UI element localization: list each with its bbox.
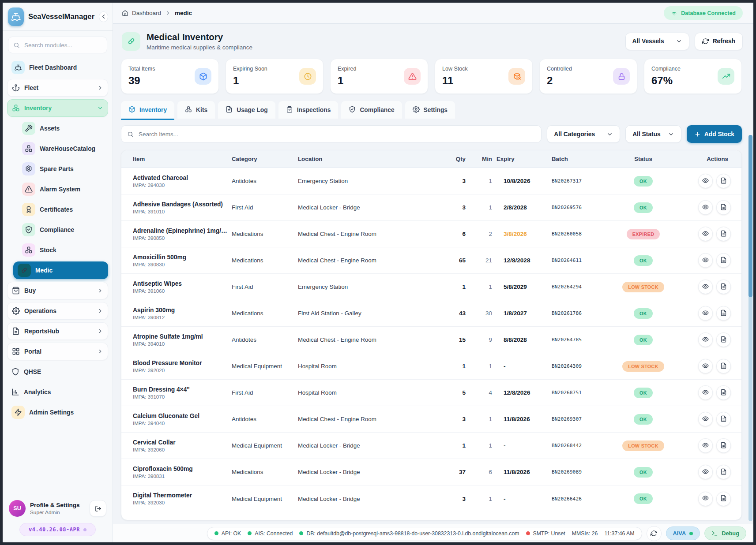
table-row: Burn Dressing 4×4"IMPA: 391070First AidH…: [121, 380, 741, 406]
item-document-button[interactable]: [716, 438, 731, 453]
sidebar-item-certificates[interactable]: Certificates: [18, 201, 108, 218]
item-document-button[interactable]: [716, 359, 731, 373]
item-category: Antidotes: [232, 336, 298, 343]
sidebar-item-reportshub[interactable]: ReportsHub: [7, 322, 108, 340]
item-search-input[interactable]: [138, 131, 535, 138]
status-filter-select[interactable]: All Status: [625, 125, 681, 143]
item-document-button[interactable]: [716, 332, 731, 347]
sidebar-item-alarm-system[interactable]: Alarm System: [18, 180, 108, 198]
system-status-pill: API: OK AIS: Connected DB: defaultdb@db-…: [207, 527, 642, 540]
tab-settings[interactable]: Settings: [405, 101, 455, 119]
stat-text: Low Stock11: [442, 66, 468, 87]
file-text-icon: [720, 310, 727, 317]
item-category: Medications: [232, 310, 298, 317]
view-item-button[interactable]: [698, 174, 713, 188]
item-document-button[interactable]: [716, 492, 731, 506]
view-item-button[interactable]: [698, 280, 713, 294]
column-header-expiry: Expiry: [496, 156, 552, 162]
breadcrumb-dashboard[interactable]: Dashboard: [132, 10, 161, 16]
sidebar-item-stock[interactable]: Stock: [18, 241, 108, 259]
item-document-button[interactable]: [716, 200, 731, 215]
database-connected-badge: Database Connected: [664, 6, 743, 20]
view-item-button[interactable]: [698, 359, 713, 373]
logout-button[interactable]: [90, 500, 106, 517]
view-item-button[interactable]: [698, 465, 713, 479]
search-icon: [127, 131, 134, 138]
stat-text: Expiring Soon1: [233, 66, 267, 87]
sidebar-item-qhse[interactable]: QHSE: [7, 363, 108, 381]
vessel-filter-select[interactable]: All Vessels: [625, 33, 689, 50]
sidebar-item-label: Fleet Dashboard: [29, 64, 104, 71]
tab-inventory[interactable]: Inventory: [121, 101, 174, 119]
chevron-right-icon: [97, 328, 103, 334]
view-item-button[interactable]: [698, 332, 713, 347]
sidebar-item-fleet-dashboard[interactable]: Fleet Dashboard: [7, 59, 108, 76]
tab-inspections[interactable]: Inspections: [278, 101, 339, 119]
home-icon[interactable]: [122, 10, 128, 16]
item-document-button[interactable]: [716, 280, 731, 294]
add-stock-button[interactable]: Add Stock: [687, 125, 742, 143]
sidebar-item-label: Medic: [35, 267, 104, 274]
item-document-button[interactable]: [716, 385, 731, 400]
item-actions: [675, 253, 741, 268]
sidebar-item-medic[interactable]: Medic: [13, 261, 108, 279]
category-filter-select[interactable]: All Categories: [547, 125, 620, 143]
eye-icon: [702, 177, 709, 185]
vertical-scrollbar[interactable]: [748, 135, 752, 521]
stat-label: Expiring Soon: [233, 66, 267, 72]
refresh-button[interactable]: Refresh: [695, 33, 743, 50]
sidebar-item-spare-parts[interactable]: Spare Parts: [18, 160, 108, 178]
module-search-input[interactable]: [23, 41, 102, 49]
app-window: SeaVesselManager Fleet DashboardFleetInv…: [0, 0, 756, 545]
item-category: Antidotes: [232, 178, 298, 184]
sidebar-item-admin-settings[interactable]: Admin Settings: [7, 403, 108, 421]
chevron-right-icon: [97, 85, 103, 91]
sidebar-item-inventory[interactable]: Inventory: [7, 99, 108, 117]
view-item-button[interactable]: [698, 253, 713, 268]
sidebar-item-operations[interactable]: Operations: [7, 302, 108, 320]
item-search[interactable]: [121, 125, 542, 143]
profile-settings[interactable]: SU Profile & Settings Super Admin: [9, 500, 106, 517]
tab-usage-log[interactable]: Usage Log: [218, 101, 275, 119]
bar-chart-icon: [11, 388, 19, 396]
item-min: 30: [470, 310, 496, 317]
view-item-button[interactable]: [698, 200, 713, 215]
item-document-button[interactable]: [716, 174, 731, 188]
scrollbar-thumb[interactable]: [748, 135, 752, 297]
sidebar-item-fleet[interactable]: Fleet: [7, 79, 108, 97]
sidebar-item-portal[interactable]: Portal: [7, 343, 108, 360]
view-item-button[interactable]: [698, 492, 713, 506]
item-document-button[interactable]: [716, 465, 731, 479]
alert-triangle-icon: [404, 68, 421, 85]
sidebar-item-compliance[interactable]: Compliance: [18, 221, 108, 239]
sidebar-item-buy[interactable]: Buy: [7, 282, 108, 299]
smtp-status-dot: [526, 531, 530, 535]
sidebar-item-analytics[interactable]: Analytics: [7, 383, 108, 401]
tab-kits[interactable]: Kits: [177, 101, 215, 119]
eye-icon: [702, 310, 709, 317]
module-search[interactable]: [8, 37, 107, 53]
debug-button[interactable]: Debug: [704, 526, 746, 540]
item-document-button[interactable]: [716, 253, 731, 268]
sidebar-collapse-button[interactable]: [99, 11, 108, 22]
item-impa-code: IMPA: 394040: [133, 421, 227, 426]
table-row: Aspirin 300mgIMPA: 390812MedicationsFirs…: [121, 300, 741, 327]
sidebar-item-assets[interactable]: Assets: [18, 119, 108, 137]
statusbar-refresh-button[interactable]: [647, 526, 662, 541]
view-item-button[interactable]: [698, 412, 713, 426]
item-status: OK: [616, 176, 675, 187]
view-item-button[interactable]: [698, 227, 713, 241]
view-item-button[interactable]: [698, 385, 713, 400]
award-icon: [22, 203, 35, 216]
aiva-button[interactable]: AIVA: [666, 526, 700, 540]
item-qty: 1: [439, 284, 470, 290]
view-item-button[interactable]: [698, 306, 713, 321]
item-document-button[interactable]: [716, 306, 731, 321]
sidebar-item-warehousecatalog[interactable]: WareHouseCatalog: [18, 140, 108, 157]
view-item-button[interactable]: [698, 438, 713, 453]
tab-compliance[interactable]: Compliance: [341, 101, 402, 119]
item-document-button[interactable]: [716, 412, 731, 426]
item-document-button[interactable]: [716, 227, 731, 241]
breadcrumb-separator: [165, 10, 171, 16]
item-batch: BN20264785: [552, 337, 616, 343]
